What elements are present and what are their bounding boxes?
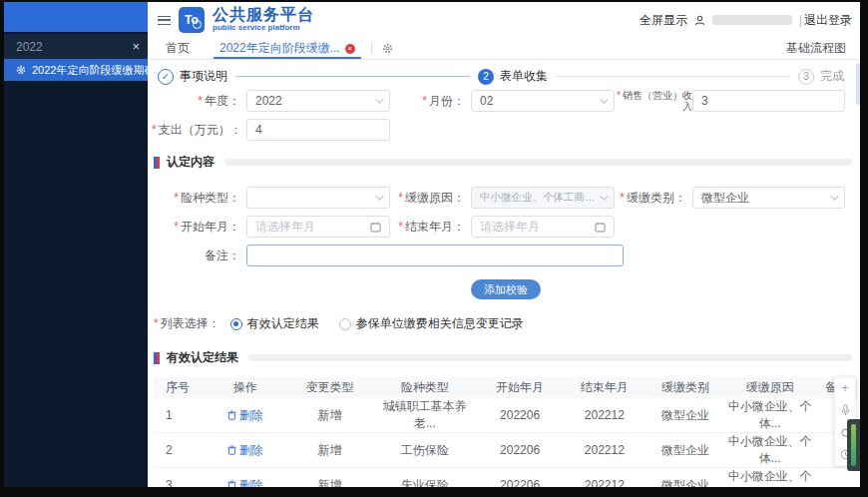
microphone-icon[interactable]: [835, 399, 855, 421]
app-logo: To: [179, 7, 205, 33]
app-window: 2022 × 2022年定向阶段缓缴期确认 To 公共服务平台 public s…: [4, 2, 860, 487]
defer-category-select[interactable]: 微型企业: [692, 187, 845, 209]
sidebar-search[interactable]: 2022 ×: [4, 34, 148, 59]
sidebar-header-block: [4, 2, 148, 32]
step-1: ✓ 事项说明: [158, 68, 235, 85]
step-check-icon: ✓: [158, 69, 174, 85]
delete-button[interactable]: 删除: [227, 442, 263, 459]
chevron-down-icon: [830, 192, 838, 200]
valid-results-table: 序号 操作 变更类型 险种类型 开始年月 结束年月 缓缴类别 缓缴原因 备注 1: [154, 377, 858, 487]
remark-label: 备注：: [152, 248, 246, 264]
expense-label: *支出（万元）：: [152, 122, 246, 139]
section-marker-icon: [154, 352, 160, 364]
insurance-type-select[interactable]: [246, 187, 390, 209]
move-icon[interactable]: +: [835, 377, 855, 399]
step-3: 3 完成: [798, 68, 852, 85]
month-label: *月份：: [390, 93, 471, 110]
start-month-picker[interactable]: 请选择年月: [246, 216, 390, 238]
tab-2022-defer[interactable]: 2022年定向阶段缓缴... ×: [217, 38, 357, 59]
clear-search-icon[interactable]: ×: [132, 39, 140, 54]
sidebar-item-2022-confirm[interactable]: 2022年定向阶段缓缴期确认: [4, 59, 148, 81]
chevron-down-icon: [375, 192, 383, 200]
page-title: 公共服务平台: [213, 7, 314, 24]
logout-button[interactable]: |退出登录: [799, 12, 852, 29]
income-input[interactable]: [692, 90, 845, 112]
end-month-picker[interactable]: 请选择年月: [471, 216, 615, 238]
level-meter-bar: [851, 424, 856, 466]
table-row: 1 删除 新增 城镇职工基本养老... 202206 202212 微型企业 中…: [154, 398, 858, 433]
sidebar-item-label: 2022年定向阶段缓缴期确认: [32, 63, 166, 78]
insurance-type-label: *险种类型：: [152, 190, 246, 207]
collapse-menu-icon[interactable]: [158, 16, 171, 25]
radio-icon: [230, 318, 242, 330]
delete-button[interactable]: 删除: [227, 407, 263, 424]
close-tab-icon[interactable]: ×: [345, 44, 355, 54]
tab-bar: 首页 2022年定向阶段缓缴... × 基础流程图: [148, 38, 860, 60]
table-header-row: 序号 操作 变更类型 险种类型 开始年月 结束年月 缓缴类别 缓缴原因 备注: [154, 377, 858, 398]
username-redacted: [712, 15, 792, 25]
defer-reason-label: *缓缴原因：: [390, 190, 471, 207]
step-2: 2 表单收集: [478, 68, 556, 85]
remark-input[interactable]: [246, 245, 624, 266]
tab-home[interactable]: 首页: [166, 40, 190, 57]
top-header: To 公共服务平台 public service platform 全屏显示 |…: [148, 2, 860, 38]
year-label: *年度：: [152, 93, 246, 110]
gear-icon: [16, 65, 26, 75]
section-marker-icon: [154, 157, 160, 169]
end-month-label: *结束年月：: [390, 219, 471, 236]
sidebar-search-input[interactable]: 2022: [16, 40, 132, 54]
chevron-down-icon: [600, 192, 608, 200]
table-row: 2 删除 新增 工伤保险 202206 202212 微型企业 中小微企业、个体…: [154, 433, 858, 468]
section-confirm-content: 认定内容: [154, 154, 852, 171]
fullscreen-button[interactable]: 全屏显示: [640, 12, 687, 29]
radio-valid-results[interactable]: 有效认定结果: [230, 315, 319, 332]
defer-category-label: *缓缴类别：: [615, 190, 692, 207]
recorder-widget[interactable]: [847, 419, 860, 471]
list-select-label: *列表选择：: [154, 315, 220, 332]
radio-icon: [339, 318, 351, 330]
flowchart-link[interactable]: 基础流程图: [786, 40, 846, 57]
tab-settings-icon[interactable]: [382, 43, 393, 54]
page-subtitle: public service platform: [213, 24, 314, 32]
radio-change-records[interactable]: 参保单位缴费相关信息变更记录: [339, 315, 524, 332]
section-valid-results: 有效认定结果: [154, 349, 852, 366]
defer-reason-select: 中小微企业、个体工商户及社会组织缓缴: [471, 187, 615, 209]
income-label: *销售（营业）收入 (万元)：: [615, 90, 692, 112]
calendar-icon: [595, 222, 606, 233]
delete-button[interactable]: 删除: [227, 477, 263, 488]
expense-input[interactable]: [246, 119, 390, 141]
form-content: ✓ 事项说明 2 表单收集 3 完成 *年度： 2022 *月份：: [148, 60, 860, 487]
add-validation-button[interactable]: 添加校验: [471, 279, 541, 299]
steps-wizard: ✓ 事项说明 2 表单收集 3 完成: [152, 60, 860, 90]
user-icon: [694, 15, 705, 26]
sidebar: 2022 × 2022年定向阶段缓缴期确认: [4, 2, 148, 487]
chevron-down-icon: [375, 95, 383, 103]
scrollbar-thumb[interactable]: [856, 63, 860, 105]
year-select[interactable]: 2022: [246, 90, 390, 112]
table-row: 3 删除 新增 失业保险 202206 202212 微型企业 中小微企业、个体…: [154, 468, 858, 488]
chevron-down-icon: [600, 95, 608, 103]
month-select[interactable]: 02: [471, 90, 615, 112]
list-select-group: *列表选择： 有效认定结果 参保单位缴费相关信息变更记录: [152, 315, 860, 332]
start-month-label: *开始年月：: [152, 219, 246, 236]
calendar-icon: [370, 222, 381, 233]
